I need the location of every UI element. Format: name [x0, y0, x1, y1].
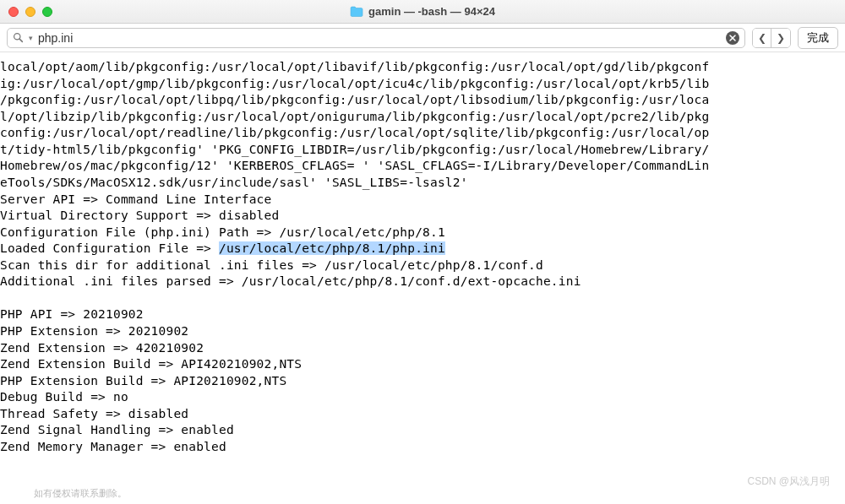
done-button[interactable]: 完成	[798, 27, 838, 49]
minimize-button[interactable]	[25, 7, 35, 17]
window-titlebar: gamin — -bash — 94×24	[0, 0, 845, 24]
terminal-line: Thread Safety => disabled	[0, 407, 188, 420]
terminal-line: eTools/SDKs/MacOSX12.sdk/usr/include/sas…	[0, 176, 468, 189]
traffic-lights	[8, 7, 52, 17]
search-toolbar: ▾ ❮ ❯ 完成	[0, 24, 845, 52]
terminal-line: Zend Extension Build => API420210902,NTS	[0, 357, 302, 371]
search-icon	[13, 32, 24, 43]
terminal-line: l/opt/libzip/lib/pkgconfig:/usr/local/op…	[0, 110, 709, 123]
terminal-line: Server API => Command Line Interface	[0, 192, 271, 206]
chevron-down-icon[interactable]: ▾	[29, 34, 33, 42]
watermark-left: 如有侵权请联系删除。	[34, 487, 127, 500]
close-button[interactable]	[8, 7, 19, 17]
window-title: gamin — -bash — 94×24	[368, 5, 495, 18]
terminal-line: t/tidy-html5/lib/pkgconfig' 'PKG_CONFIG_…	[0, 143, 709, 156]
search-input[interactable]	[38, 31, 721, 45]
folder-icon	[350, 6, 363, 17]
prev-result-button[interactable]: ❮	[753, 29, 771, 47]
terminal-line: PHP Extension => 20210902	[0, 324, 188, 338]
terminal-line: Additional .ini files parsed => /usr/loc…	[0, 274, 581, 288]
terminal-line: Zend Memory Manager => enabled	[0, 440, 226, 453]
svg-line-1	[19, 39, 22, 41]
terminal-line: Configuration File (php.ini) Path => /us…	[0, 225, 445, 239]
terminal-line: Debug Build => no	[0, 390, 128, 404]
terminal-line: Loaded Configuration File =>	[0, 241, 219, 255]
title-center: gamin — -bash — 94×24	[350, 5, 495, 18]
terminal-line: Zend Signal Handling => enabled	[0, 423, 234, 436]
highlighted-path: /usr/local/etc/php/8.1/php.ini	[219, 241, 445, 255]
search-field-wrap[interactable]: ▾	[7, 28, 745, 48]
search-nav-buttons: ❮ ❯	[752, 28, 791, 48]
maximize-button[interactable]	[42, 7, 52, 17]
terminal-line: PHP API => 20210902	[0, 307, 144, 321]
terminal-line: Homebrew/os/mac/pkgconfig/12' 'KERBEROS_…	[0, 159, 709, 172]
next-result-button[interactable]: ❯	[771, 29, 790, 47]
terminal-line: Virtual Directory Support => disabled	[0, 209, 279, 222]
terminal-line: PHP Extension Build => API20210902,NTS	[0, 374, 286, 387]
terminal-line: local/opt/aom/lib/pkgconfig:/usr/local/o…	[0, 60, 709, 73]
watermark-right: CSDN @风浅月明	[747, 474, 830, 489]
clear-search-button[interactable]	[726, 31, 739, 45]
terminal-line: config:/usr/local/opt/readline/lib/pkgco…	[0, 126, 709, 139]
terminal-line: ig:/usr/local/opt/gmp/lib/pkgconfig:/usr…	[0, 77, 709, 90]
terminal-line: Scan this dir for additional .ini files …	[0, 258, 543, 272]
terminal-line: /pkgconfig:/usr/local/opt/libpq/lib/pkgc…	[0, 93, 709, 106]
terminal-line: Zend Extension => 420210902	[0, 341, 204, 355]
terminal-output[interactable]: local/opt/aom/lib/pkgconfig:/usr/local/o…	[0, 52, 845, 456]
